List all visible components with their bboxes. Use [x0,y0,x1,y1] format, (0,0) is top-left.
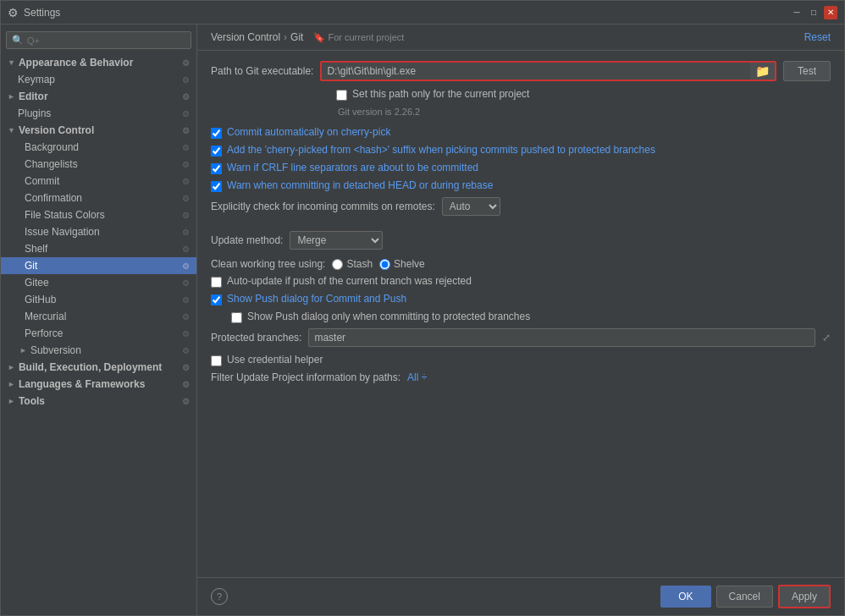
minimize-button[interactable]: ─ [790,6,804,19]
sidebar-item-file-status[interactable]: File Status Colors ⚙ [1,206,196,223]
settings-icon: ⚙ [182,211,190,220]
sidebar-item-label: Perforce [25,327,63,339]
cherry-picked-suffix-checkbox[interactable] [211,146,222,157]
incoming-commits-dropdown[interactable]: Auto Always Never [442,197,500,216]
sidebar-item-issue-navigation[interactable]: Issue Navigation ⚙ [1,223,196,240]
sidebar-item-label: Shelf [25,243,47,255]
sidebar-item-label: Build, Execution, Deployment [19,361,162,373]
warn-detached-checkbox[interactable] [211,181,222,192]
cherry-picked-suffix-label: Add the 'cherry-picked from <hash>' suff… [227,144,655,156]
sidebar-item-tools[interactable]: ► Tools ⚙ [1,393,196,410]
settings-icon: ⚙ [182,143,190,152]
settings-window: ⚙ Settings ─ □ ✕ 🔍 ▼ Appearance & Behavi… [0,0,845,616]
expand-button[interactable]: ⤢ [822,332,831,344]
sidebar-item-commit[interactable]: Commit ⚙ [1,173,196,190]
radio-stash-option: Stash [332,258,373,270]
sidebar-item-keymap[interactable]: Keymap ⚙ [1,71,196,88]
test-button[interactable]: Test [783,61,831,81]
settings-icon: ⚙ [182,75,190,85]
sidebar-item-background[interactable]: Background ⚙ [1,139,196,156]
browse-button[interactable]: 📁 [750,63,775,80]
search-icon: 🔍 [12,35,24,46]
content-area: 🔍 ▼ Appearance & Behavior ⚙ Keymap ⚙ ► E… [1,25,844,615]
settings-icon: ⚙ [182,261,190,271]
credential-helper-label: Use credential helper [227,354,323,366]
titlebar: ⚙ Settings ─ □ ✕ [1,1,844,25]
filter-row: Filter Update Project information by pat… [211,371,831,383]
checkbox5-row: Auto-update if push of the current branc… [211,275,831,288]
update-method-dropdown[interactable]: Merge Rebase Branch Default [290,231,383,250]
settings-icon: ⚙ [182,245,190,254]
sidebar-item-github[interactable]: GitHub ⚙ [1,291,196,308]
apply-button[interactable]: Apply [778,585,831,608]
incoming-commits-row: Explicitly check for incoming commits on… [211,197,831,216]
sidebar-item-git[interactable]: Git ⚙ [1,257,196,274]
ok-button[interactable]: OK [660,586,710,608]
sidebar-item-changelists[interactable]: Changelists ⚙ [1,156,196,173]
commit-cherry-pick-checkbox[interactable] [211,128,222,139]
close-button[interactable]: ✕ [824,6,837,19]
checkbox8-row: Use credential helper [211,354,831,366]
sidebar-item-perforce[interactable]: Perforce ⚙ [1,325,196,342]
search-input[interactable] [27,36,185,46]
sidebar-item-label: Version Control [19,124,94,136]
shelve-label: Shelve [394,258,425,270]
incoming-commits-label: Explicitly check for incoming commits on… [211,201,435,212]
settings-icon: ⚙ [182,397,190,406]
set-path-row: Set this path only for the current proje… [336,88,831,101]
git-path-input[interactable] [322,63,750,80]
sidebar-item-label: Confirmation [25,192,82,204]
sidebar-item-label: Editor [19,91,48,102]
settings-icon: ⚙ [182,329,190,338]
arrow-icon: ► [8,363,15,371]
maximize-button[interactable]: □ [807,6,820,19]
auto-update-checkbox[interactable] [211,277,222,288]
sidebar-item-gitee[interactable]: Gitee ⚙ [1,274,196,291]
sidebar-item-version-control[interactable]: ▼ Version Control ⚙ [1,122,196,139]
push-dialog-protected-label: Show Push dialog only when committing to… [247,311,530,322]
for-current-project: 🔖 For current project [313,32,404,43]
sidebar-item-languages[interactable]: ► Languages & Frameworks ⚙ [1,376,196,393]
credential-helper-checkbox[interactable] [211,355,222,366]
sidebar-item-subversion[interactable]: ► Subversion ⚙ [1,342,196,359]
reset-button[interactable]: Reset [804,31,831,43]
sidebar-item-confirmation[interactable]: Confirmation ⚙ [1,190,196,206]
checkbox3-row: Warn if CRLF line separators are about t… [211,162,831,174]
warn-detached-label: Warn when committing in detached HEAD or… [227,179,493,191]
show-push-dialog-label: Show Push dialog for Commit and Push [227,293,406,305]
checkbox7-row: Show Push dialog only when committing to… [211,311,831,323]
sidebar-item-editor[interactable]: ► Editor ⚙ [1,88,196,105]
arrow-icon: ► [8,397,15,405]
set-path-label: Set this path only for the current proje… [352,88,529,100]
filter-value[interactable]: All ÷ [407,371,427,383]
settings-icon: ⚙ [182,177,190,186]
search-box[interactable]: 🔍 [6,31,191,49]
filter-label: Filter Update Project information by pat… [211,371,400,383]
show-push-dialog-checkbox[interactable] [211,294,222,305]
shelve-radio[interactable] [379,259,390,270]
help-button[interactable]: ? [211,588,228,605]
cancel-button[interactable]: Cancel [716,586,773,608]
sidebar-item-mercurial[interactable]: Mercurial ⚙ [1,308,196,325]
sidebar-item-label: Gitee [25,277,49,289]
main-header: Version Control › Git 🔖 For current proj… [197,25,844,51]
sidebar-item-build[interactable]: ► Build, Execution, Deployment ⚙ [1,359,196,376]
window-icon: ⚙ [8,6,19,19]
stash-radio[interactable] [332,259,343,270]
warn-crlf-checkbox[interactable] [211,163,222,174]
set-path-checkbox[interactable] [336,90,347,101]
bottom-bar: ? OK Cancel Apply [197,577,844,615]
settings-icon: ⚙ [182,346,190,355]
arrow-icon: ► [8,92,15,101]
update-method-label: Update method: [211,234,283,246]
push-dialog-protected-checkbox[interactable] [231,312,242,323]
sidebar-item-plugins[interactable]: Plugins ⚙ [1,105,196,122]
git-version-row: Git version is 2.26.2 [336,106,831,118]
settings-icon: ⚙ [182,109,190,118]
sidebar-item-label: Commit [25,175,59,187]
sidebar-item-appearance[interactable]: ▼ Appearance & Behavior ⚙ [1,54,196,71]
settings-icon: ⚙ [182,58,190,68]
sidebar-item-label: Keymap [18,74,55,85]
sidebar-item-shelf[interactable]: Shelf ⚙ [1,240,196,257]
protected-branches-input[interactable] [308,328,815,347]
